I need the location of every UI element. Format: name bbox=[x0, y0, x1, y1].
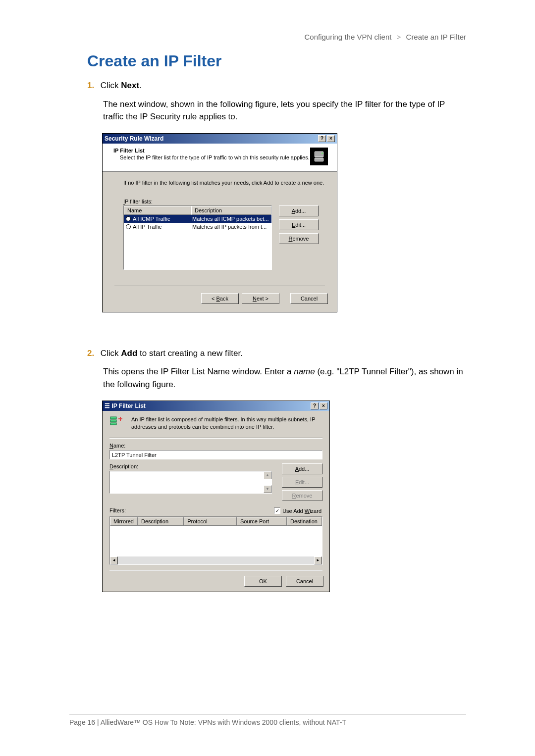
dialog-title: Security Rule Wizard bbox=[105, 135, 163, 142]
dialog-header-subtitle: Select the IP filter list for the type o… bbox=[120, 154, 310, 160]
row-desc: Matches all IP packets from t... bbox=[192, 224, 271, 230]
svg-point-2 bbox=[321, 152, 323, 154]
svg-rect-3 bbox=[110, 417, 116, 419]
step-1: 1. Click Next. bbox=[87, 79, 466, 92]
dialog-description: An IP filter list is composed of multipl… bbox=[131, 416, 322, 431]
step-text-pre: Click bbox=[101, 349, 121, 358]
breadcrumb-section: Configuring the VPN client bbox=[305, 33, 392, 41]
dialog-header-title: IP Filter List bbox=[113, 148, 310, 153]
close-button[interactable]: × bbox=[320, 403, 327, 409]
column-source-port[interactable]: Source Port bbox=[237, 517, 287, 526]
ip-filter-listbox[interactable]: Name Description All ICMP Traffic Matche… bbox=[123, 205, 272, 270]
security-rule-wizard-dialog: Security Rule Wizard ? × IP Filter List … bbox=[102, 133, 337, 312]
filters-listbox[interactable]: Mirrored Description Protocol Source Por… bbox=[109, 516, 322, 565]
column-name[interactable]: Name bbox=[124, 206, 191, 215]
next-button[interactable]: Next > bbox=[242, 293, 279, 304]
description-textarea[interactable]: ▲ ▼ bbox=[109, 471, 272, 494]
svg-rect-5 bbox=[110, 423, 116, 425]
name-input[interactable] bbox=[109, 450, 322, 459]
column-description[interactable]: Description bbox=[191, 206, 271, 215]
list-row-selected[interactable]: All ICMP Traffic Matches all ICMP packet… bbox=[124, 215, 271, 223]
column-description[interactable]: Description bbox=[138, 517, 184, 526]
list-row[interactable]: All IP Traffic Matches all IP packets fr… bbox=[124, 223, 271, 231]
cancel-button[interactable]: Cancel bbox=[290, 293, 328, 304]
close-button[interactable]: × bbox=[327, 135, 335, 142]
step-number: 1. bbox=[87, 79, 98, 92]
filters-header: Mirrored Description Protocol Source Por… bbox=[110, 517, 322, 526]
add-button[interactable]: Add... bbox=[279, 205, 319, 216]
ok-button[interactable]: OK bbox=[244, 576, 282, 587]
row-name: All ICMP Traffic bbox=[133, 216, 192, 222]
column-destination[interactable]: Destination bbox=[287, 517, 322, 526]
scroll-right-icon: ► bbox=[314, 556, 322, 564]
step-bold: Add bbox=[121, 349, 137, 358]
back-button[interactable]: < Back bbox=[201, 293, 239, 304]
step-number: 2. bbox=[87, 347, 98, 360]
edit-button: Edit... bbox=[282, 477, 322, 488]
dialog-titlebar: ☰ IP Filter List ? × bbox=[103, 401, 329, 411]
cancel-button[interactable]: Cancel bbox=[286, 576, 323, 587]
svg-rect-0 bbox=[315, 151, 323, 157]
step-text-post: . bbox=[139, 81, 142, 90]
breadcrumb-separator: > bbox=[397, 33, 401, 41]
scroll-down-icon: ▼ bbox=[264, 485, 271, 493]
scroll-up-icon: ▲ bbox=[264, 471, 271, 479]
dialog-header: IP Filter List Select the IP filter list… bbox=[103, 144, 337, 172]
page-footer: Page 16 | AlliedWare™ OS How To Note: VP… bbox=[69, 714, 466, 726]
step-text-pre: Click bbox=[101, 81, 121, 90]
scroll-left-icon: ◄ bbox=[110, 556, 118, 564]
page-title: Create an IP Filter bbox=[87, 52, 466, 70]
step-2-body: This opens the IP Filter List Name windo… bbox=[103, 365, 466, 391]
column-protocol[interactable]: Protocol bbox=[184, 517, 237, 526]
radio-icon bbox=[126, 216, 131, 221]
dialog-titlebar: Security Rule Wizard ? × bbox=[103, 134, 337, 144]
column-mirrored[interactable]: Mirrored bbox=[110, 517, 138, 526]
description-label: Description: bbox=[109, 463, 273, 469]
server-icon bbox=[310, 148, 328, 165]
help-button[interactable]: ? bbox=[318, 135, 326, 142]
svg-rect-1 bbox=[315, 158, 323, 161]
filter-list-icon bbox=[109, 416, 125, 432]
step-text-post: to start creating a new filter. bbox=[137, 349, 243, 358]
edit-button[interactable]: Edit... bbox=[279, 219, 319, 230]
filters-label: Filters: bbox=[109, 507, 126, 513]
breadcrumb: Configuring the VPN client > Create an I… bbox=[305, 33, 467, 41]
row-desc: Matches all ICMP packets bet... bbox=[192, 216, 271, 222]
checkbox-label: Use Add Wizard bbox=[282, 508, 321, 514]
radio-icon bbox=[126, 224, 131, 229]
remove-button[interactable]: Remove bbox=[279, 233, 319, 244]
dialog-intro-text: If no IP filter in the following list ma… bbox=[123, 180, 325, 186]
remove-button: Remove bbox=[282, 490, 322, 501]
step-1-body: The next window, shown in the following … bbox=[103, 98, 466, 123]
listbox-label: IIP filter lists:P filter lists: bbox=[123, 199, 325, 204]
use-add-wizard-checkbox[interactable]: ✓ Use Add Wizard bbox=[274, 507, 321, 514]
add-button[interactable]: Add... bbox=[282, 463, 322, 474]
dialog-title: ☰ IP Filter List bbox=[105, 403, 146, 409]
checkbox-icon: ✓ bbox=[274, 507, 280, 514]
step-bold: Next bbox=[121, 81, 139, 90]
breadcrumb-page: Create an IP Filter bbox=[406, 33, 466, 41]
step-2: 2. Click Add to start creating a new fil… bbox=[87, 347, 466, 360]
name-label: Name: bbox=[109, 443, 322, 449]
ip-filter-list-dialog: ☰ IP Filter List ? × An IP filter list i… bbox=[102, 401, 330, 592]
row-name: All IP Traffic bbox=[133, 224, 192, 230]
svg-rect-4 bbox=[110, 420, 116, 422]
horizontal-scrollbar[interactable]: ◄ ► bbox=[110, 556, 322, 564]
help-button[interactable]: ? bbox=[311, 403, 319, 409]
listbox-header: Name Description bbox=[124, 206, 271, 215]
